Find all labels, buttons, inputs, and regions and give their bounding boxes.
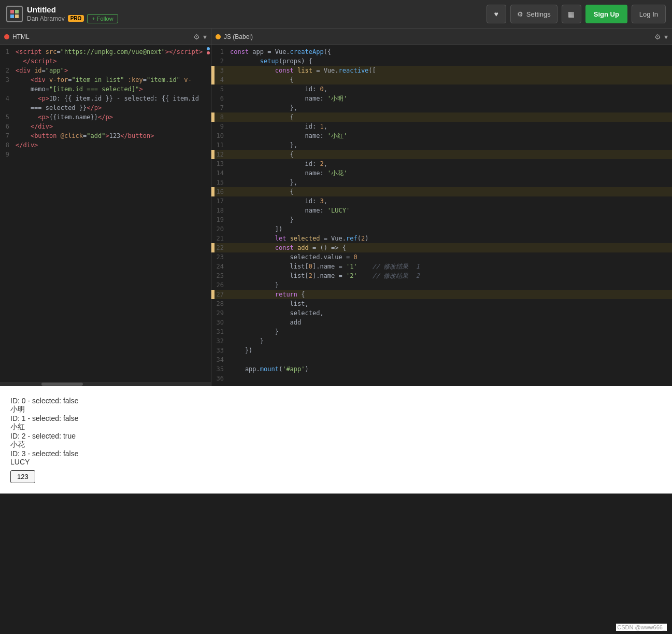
code-line: 8 {: [211, 112, 672, 122]
line-number: 10: [215, 131, 230, 140]
code-line: memo="[item.id === selected]">: [0, 84, 211, 94]
html-panel-title: HTML: [4, 33, 30, 40]
line-number: 12: [215, 150, 230, 159]
line-number: 3: [0, 75, 16, 84]
preview-add-button[interactable]: 123: [10, 470, 35, 483]
line-content: },: [230, 103, 672, 112]
html-scrollbar[interactable]: [0, 382, 211, 386]
follow-button[interactable]: + Follow: [87, 14, 118, 23]
line-number: 3: [215, 66, 230, 75]
code-line: 26 }: [211, 280, 672, 290]
line-content: id: 0,: [230, 84, 672, 94]
js-panel-title: JS (Babel): [216, 33, 253, 40]
svg-rect-2: [10, 15, 14, 18]
html-settings-btn[interactable]: ⚙: [193, 33, 200, 41]
line-content: name: 'LUCY': [230, 206, 672, 215]
line-content: <p>{{item.name}}</p>: [16, 112, 211, 122]
code-line: 8</div>: [0, 140, 211, 150]
js-collapse-btn[interactable]: ▾: [664, 33, 668, 41]
line-content: {: [230, 187, 672, 196]
line-content: [230, 355, 672, 364]
code-line: 4 <p>ID: {{ item.id }} - selected: {{ it…: [0, 94, 211, 103]
editor-container: HTML ⚙ ▾ 1<script src="https://unpkg.com…: [0, 29, 672, 386]
header-sub: Dan Abramov PRO + Follow: [27, 14, 118, 23]
line-number: 33: [215, 346, 230, 355]
code-line: 1const app = Vue.createApp({: [211, 47, 672, 57]
code-line: === selected }}</p>: [0, 103, 211, 112]
edge-indicators: [206, 45, 211, 57]
line-number: 28: [215, 299, 230, 308]
line-number: 32: [215, 336, 230, 346]
line-number: 8: [0, 140, 16, 150]
svg-rect-1: [15, 10, 19, 13]
signup-button[interactable]: Sign Up: [585, 5, 627, 23]
preview-item-name: 小红: [10, 422, 662, 432]
preview-item-id: ID: 1 - selected: false: [10, 414, 662, 422]
title-block: Untitled Dan Abramov PRO + Follow: [27, 5, 118, 23]
line-number: 17: [215, 196, 230, 206]
line-number: 9: [0, 150, 16, 159]
html-collapse-btn[interactable]: ▾: [203, 33, 207, 41]
line-number: 23: [215, 252, 230, 262]
line-number: 24: [215, 262, 230, 271]
heart-button[interactable]: ♥: [487, 5, 506, 23]
line-number: 14: [215, 168, 230, 178]
login-button[interactable]: Log In: [632, 5, 666, 23]
grid-icon: ▦: [568, 10, 575, 18]
line-number: [0, 84, 16, 94]
header: Untitled Dan Abramov PRO + Follow ♥ ⚙ Se…: [0, 0, 672, 29]
line-number: 8: [215, 112, 230, 122]
line-content: <div v-for="item in list" :key="item.id"…: [16, 75, 211, 84]
line-number: 1: [215, 47, 230, 57]
line-content: app.mount('#app'): [230, 364, 672, 374]
js-settings-btn[interactable]: ⚙: [654, 33, 661, 41]
line-content: id: 3,: [230, 196, 672, 206]
line-content: setup(props) {: [230, 57, 672, 66]
code-line: 35 app.mount('#app'): [211, 364, 672, 374]
html-scrollbar-thumb[interactable]: [41, 383, 83, 386]
code-line: 30 add: [211, 318, 672, 327]
line-number: 6: [215, 94, 230, 103]
js-label: JS (Babel): [224, 33, 253, 40]
line-content: id: 1,: [230, 122, 672, 131]
line-number: 22: [215, 243, 230, 252]
line-number: [0, 57, 16, 66]
line-content: }: [230, 215, 672, 224]
line-number: 25: [215, 271, 230, 280]
js-panel: JS (Babel) ⚙ ▾ 1const app = Vue.createAp…: [211, 29, 672, 386]
code-line: 31 }: [211, 327, 672, 336]
line-content: let selected = Vue.ref(2): [230, 234, 672, 243]
line-content: add: [230, 318, 672, 327]
html-panel-controls: ⚙ ▾: [193, 33, 207, 41]
code-line: 14 name: '小花': [211, 168, 672, 178]
line-number: 29: [215, 308, 230, 318]
line-number: 2: [215, 57, 230, 66]
code-line: 16 {: [211, 187, 672, 196]
code-line: 22 const add = () => {: [211, 243, 672, 252]
code-line: 2<div id="app">: [0, 66, 211, 75]
html-code-area[interactable]: 1<script src="https://unpkg.com/vue@next…: [0, 45, 211, 382]
grid-button[interactable]: ▦: [562, 5, 581, 23]
line-content: {: [230, 112, 672, 122]
preview-item-name: 小明: [10, 405, 662, 414]
code-line: 9: [0, 150, 211, 159]
line-number: 31: [215, 327, 230, 336]
line-number: 16: [215, 187, 230, 196]
preview-item-id: ID: 2 - selected: true: [10, 432, 662, 440]
code-line: 2 setup(props) {: [211, 57, 672, 66]
line-content: </div>: [16, 122, 211, 131]
line-content: selected.value = 0: [230, 252, 672, 262]
line-number: 26: [215, 280, 230, 290]
js-panel-controls: ⚙ ▾: [654, 33, 668, 41]
author-name: Dan Abramov: [27, 15, 65, 22]
line-content: list[2].name = '2' // 修改结果 2: [230, 271, 672, 280]
code-line: 7 <button @click="add">123</button>: [0, 131, 211, 140]
js-code-area[interactable]: 1const app = Vue.createApp({2 setup(prop…: [211, 45, 672, 386]
line-content: }: [230, 327, 672, 336]
line-content: <button @click="add">123</button>: [16, 131, 211, 140]
code-line: </script>: [0, 57, 211, 66]
settings-button[interactable]: ⚙ Settings: [510, 5, 557, 23]
line-number: 2: [0, 66, 16, 75]
code-line: 21 let selected = Vue.ref(2): [211, 234, 672, 243]
line-content: [16, 150, 211, 159]
